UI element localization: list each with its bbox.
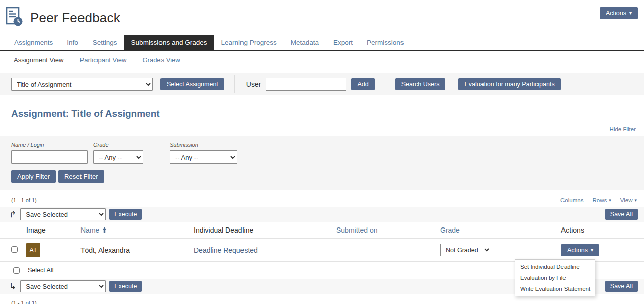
select-assignment-button[interactable]: Select Assignment — [160, 78, 224, 90]
page-actions-button[interactable]: Actions ▾ — [600, 7, 638, 19]
menu-item-evaluation-by-file[interactable]: Evaluation by File — [515, 272, 595, 283]
page-title: Peer Feedback — [30, 10, 120, 26]
filter-submission-label: Submission — [170, 142, 237, 148]
tab-submissions-and-grades[interactable]: Submissions and Grades — [124, 35, 214, 50]
deadline-requested-link[interactable]: Deadline Requested — [194, 246, 258, 254]
filter-name-login-label: Name / Login — [11, 142, 88, 148]
tab-info[interactable]: Info — [60, 35, 86, 50]
result-range-bottom: (1 - 1 of 1) — [11, 300, 37, 304]
sort-ascending-icon — [102, 227, 107, 233]
caret-down-icon: ▾ — [609, 198, 611, 203]
save-all-button-bottom[interactable]: Save All — [605, 281, 638, 292]
subtab-participant-view[interactable]: Participant View — [79, 56, 126, 64]
peer-feedback-page: Peer Feedback Actions ▾ Assignments Info… — [0, 0, 644, 304]
column-header-grade-sort[interactable]: Grade — [440, 226, 460, 234]
hide-filter-row: Hide Filter — [0, 119, 644, 136]
toolbar-separator — [234, 75, 235, 93]
filter-name-login-input[interactable] — [11, 150, 88, 164]
tab-assignments[interactable]: Assignments — [7, 35, 60, 50]
page-actions-label: Actions — [606, 10, 626, 17]
filter-panel: Name / Login Grade -- Any -- Submission … — [0, 136, 644, 190]
menu-item-set-individual-deadline[interactable]: Set Individual Deadline — [515, 261, 595, 272]
caret-down-icon: ▾ — [634, 198, 637, 203]
tab-bar: Assignments Info Settings Submissions an… — [0, 35, 644, 51]
column-header-individual-deadline: Individual Deadline — [194, 226, 336, 234]
bulk-action-select-top[interactable]: Save Selected — [20, 208, 106, 220]
participant-name: Tödt, Alexandra — [80, 246, 194, 254]
caret-down-icon: ▾ — [629, 11, 632, 16]
columns-link[interactable]: Columns — [560, 197, 583, 203]
row-actions-menu: Set Individual Deadline Evaluation by Fi… — [515, 259, 595, 296]
execute-button-top[interactable]: Execute — [109, 209, 142, 220]
apply-filter-button[interactable]: Apply Filter — [11, 170, 56, 183]
table-header-row: Image Name Individual Deadline Submitted… — [0, 222, 644, 239]
column-header-name-label: Name — [80, 226, 99, 234]
bulk-action-select-bottom[interactable]: Save Selected — [20, 280, 106, 292]
column-header-name-sort[interactable]: Name — [80, 226, 107, 234]
rows-label: Rows — [592, 197, 607, 203]
toolbar-separator — [385, 75, 385, 93]
view-label: View — [620, 197, 633, 203]
select-all-label: Select All — [28, 267, 53, 274]
subtab-grades-view[interactable]: Grades View — [142, 56, 180, 64]
column-header-submitted-on-sort[interactable]: Submitted on — [336, 226, 378, 234]
user-label: User — [246, 80, 261, 88]
tab-learning-progress[interactable]: Learning Progress — [214, 35, 283, 50]
row-actions-label: Actions — [567, 247, 588, 254]
tab-settings[interactable]: Settings — [86, 35, 124, 50]
subtab-assignment-view[interactable]: Assignment View — [14, 56, 63, 64]
filter-grade-select[interactable]: -- Any -- — [93, 150, 143, 164]
table-row: AT Tödt, Alexandra Deadline Requested No… — [0, 239, 644, 262]
menu-item-write-evaluation-statement[interactable]: Write Evaluation Statement — [515, 283, 595, 294]
page-header: Peer Feedback Actions ▾ — [0, 0, 644, 30]
evaluation-many-participants-button[interactable]: Evaluation for many Participants — [458, 78, 560, 90]
subtab-bar: Assignment View Participant View Grades … — [0, 51, 644, 68]
reset-filter-button[interactable]: Reset Filter — [58, 170, 104, 183]
hide-filter-link[interactable]: Hide Filter — [610, 126, 636, 132]
filter-grade-label: Grade — [93, 142, 143, 148]
row-checkbox[interactable] — [11, 246, 18, 253]
table-range-row: (1 - 1 of 1) Columns Rows ▾ View ▾ — [0, 190, 644, 207]
filter-submission-select[interactable]: -- Any -- — [170, 150, 237, 164]
tab-metadata[interactable]: Metadata — [284, 35, 326, 50]
column-header-image: Image — [26, 226, 80, 234]
exercise-icon — [5, 6, 23, 29]
arrow-up-right-icon: ↱ — [9, 210, 16, 219]
top-toolbar: Title of Assignment Select Assignment Us… — [0, 73, 644, 95]
execute-button-bottom[interactable]: Execute — [109, 281, 142, 292]
view-dropdown[interactable]: View ▾ — [620, 197, 637, 203]
search-users-button[interactable]: Search Users — [395, 78, 446, 90]
column-header-actions: Actions — [561, 226, 644, 234]
assignment-select[interactable]: Title of Assignment — [11, 78, 153, 91]
select-all-checkbox[interactable] — [13, 267, 20, 274]
bulk-actions-top: ↱ Save Selected Execute Save All — [0, 207, 644, 222]
user-input[interactable] — [266, 78, 346, 91]
tab-permissions[interactable]: Permissions — [360, 35, 411, 50]
grade-select[interactable]: Not Graded — [440, 244, 491, 256]
tab-export[interactable]: Export — [326, 35, 360, 50]
avatar: AT — [26, 243, 40, 257]
assignment-heading: Assignment: Title of Assignment — [11, 108, 644, 119]
row-actions-button[interactable]: Actions ▾ — [561, 244, 599, 256]
result-range-top: (1 - 1 of 1) — [11, 197, 37, 203]
rows-dropdown[interactable]: Rows ▾ — [592, 197, 611, 203]
save-all-button-top[interactable]: Save All — [605, 209, 638, 220]
add-user-button[interactable]: Add — [351, 78, 374, 90]
caret-down-icon: ▾ — [591, 248, 593, 253]
arrow-down-right-icon: ↳ — [9, 282, 16, 291]
